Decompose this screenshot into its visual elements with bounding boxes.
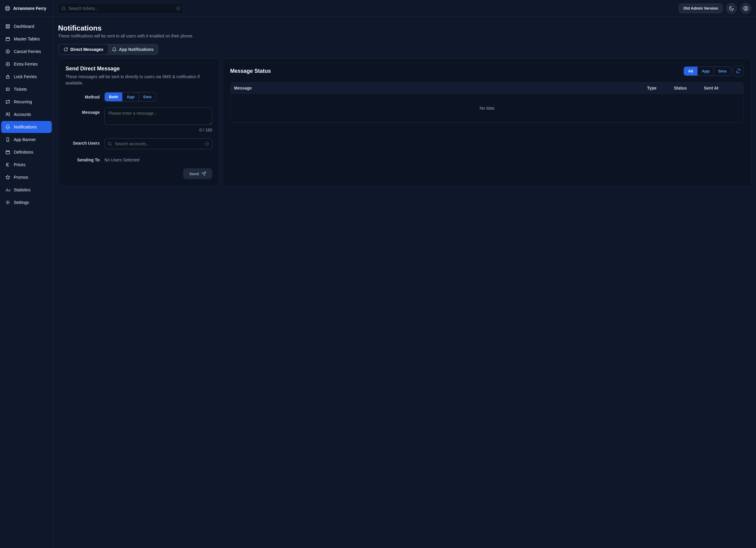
sidebar-item-statistics[interactable]: Statistics <box>1 184 52 196</box>
col-status: Status <box>674 86 704 90</box>
sidebar-item-label: Definitions <box>14 150 33 154</box>
sidebar-item-tickets[interactable]: Tickets <box>1 83 52 95</box>
table-empty: No data <box>230 94 743 122</box>
search-icon <box>107 141 112 146</box>
refresh-button[interactable] <box>733 66 744 76</box>
plus-circle-icon <box>5 62 10 66</box>
sidebar-item-label: Tickets <box>14 87 27 92</box>
filter-sms[interactable]: Sms <box>714 67 731 75</box>
theme-toggle[interactable] <box>726 3 737 14</box>
refresh-icon <box>736 69 741 73</box>
sidebar-item-label: Extra Ferries <box>14 62 38 66</box>
repeat-icon <box>5 99 10 104</box>
search-users-input[interactable] <box>104 138 212 149</box>
clear-search-icon[interactable] <box>176 6 181 11</box>
compose-subtitle: These messages will be sent to directly … <box>66 74 212 86</box>
sidebar-item-lock-ferries[interactable]: Lock Ferries <box>1 71 52 83</box>
sidebar-item-label: Statistics <box>14 187 31 192</box>
bell-icon <box>5 124 10 129</box>
tab-app-label: App Notifications <box>119 47 154 52</box>
lock-icon <box>5 74 10 79</box>
grid-icon <box>5 24 10 29</box>
sidebar-item-label: Lock Ferries <box>14 74 37 79</box>
filter-all[interactable]: All <box>684 67 697 75</box>
x-circle-icon <box>5 49 10 54</box>
sidebar-item-label: Recurring <box>14 99 32 104</box>
bar-icon <box>5 187 10 192</box>
tab-direct-messages[interactable]: Direct Messages <box>59 45 108 54</box>
sidebar-item-accounts[interactable]: Accounts <box>1 108 52 120</box>
moon-icon <box>729 6 734 11</box>
page-title: Notifications <box>58 24 751 32</box>
status-filter-segmented: All App Sms <box>684 66 731 76</box>
bell-icon <box>112 47 117 52</box>
calendar-icon <box>5 37 10 41</box>
sidebar-item-label: Promos <box>14 175 28 180</box>
col-type: Type <box>647 86 674 90</box>
brand[interactable]: Arranmore Ferry <box>0 0 53 17</box>
search-icon <box>61 6 66 11</box>
calendar-icon <box>5 150 10 154</box>
status-card: Message Status All App Sms <box>223 58 751 186</box>
send-label: Send <box>189 171 199 176</box>
status-title: Message Status <box>230 68 271 74</box>
compose-title: Send Direct Message <box>66 66 212 72</box>
gear-icon <box>5 200 10 205</box>
sending-to-value: No Users Selected <box>104 155 212 162</box>
sidebar-item-prices[interactable]: Prices <box>1 159 52 171</box>
sidebar-item-label: Master Tables <box>14 37 40 41</box>
sidebar-item-recurring[interactable]: Recurring <box>1 96 52 108</box>
ticket-icon <box>5 87 10 92</box>
col-sent-at: Sent At <box>704 86 740 90</box>
sidebar-item-cancel-ferries[interactable]: Cancel Ferries <box>1 45 52 57</box>
tab-app-notifications[interactable]: App Notifications <box>108 45 158 54</box>
page-subtitle: These notifications will be sent to all … <box>58 34 751 38</box>
sidebar-item-master-tables[interactable]: Master Tables <box>1 33 52 45</box>
col-message: Message <box>234 86 647 90</box>
compose-card: Send Direct Message These messages will … <box>58 58 220 186</box>
message-textarea[interactable] <box>104 107 212 125</box>
message-label: Message <box>66 107 100 132</box>
message-counter: 0 / 160 <box>104 127 212 132</box>
euro-icon <box>5 162 10 167</box>
method-segmented: Both App Sms <box>104 92 156 101</box>
lifebuoy-icon <box>5 6 10 11</box>
global-search <box>58 3 184 14</box>
send-icon <box>201 171 206 176</box>
account-menu[interactable] <box>740 3 751 14</box>
method-app[interactable]: App <box>122 92 139 101</box>
notification-tabs: Direct Messages App Notifications <box>58 44 159 55</box>
users-icon <box>5 112 10 117</box>
sidebar-item-label: Notifications <box>14 124 37 129</box>
sidebar-item-label: Cancel Ferries <box>14 49 41 54</box>
search-input[interactable] <box>58 3 184 14</box>
search-users-label: Search Users <box>66 138 100 149</box>
method-both[interactable]: Both <box>105 92 122 101</box>
sidebar-item-settings[interactable]: Settings <box>1 196 52 208</box>
sidebar-item-app-banner[interactable]: App Banner <box>1 133 52 145</box>
old-admin-button[interactable]: Old Admin Version <box>679 4 722 13</box>
sidebar-item-extra-ferries[interactable]: Extra Ferries <box>1 58 52 70</box>
sidebar-item-definitions[interactable]: Definitions <box>1 146 52 158</box>
sending-to-label: Sending To <box>66 155 100 162</box>
search-users-wrap <box>104 138 212 149</box>
chat-icon <box>63 47 68 52</box>
star-icon <box>5 175 10 180</box>
user-circle-icon <box>743 6 749 11</box>
method-label: Method <box>66 92 100 101</box>
sidebar-item-notifications[interactable]: Notifications <box>1 121 52 133</box>
sidebar-item-label: Accounts <box>14 112 31 117</box>
sidebar-item-label: Dashboard <box>14 24 34 29</box>
sidebar-item-promos[interactable]: Promos <box>1 171 52 183</box>
sidebar-item-label: Settings <box>14 200 29 205</box>
filter-app[interactable]: App <box>697 67 714 75</box>
status-table: Message Type Status Sent At No data <box>230 82 744 123</box>
method-sms[interactable]: Sms <box>139 92 156 101</box>
phone-icon <box>5 137 10 142</box>
sidebar-item-label: Prices <box>14 162 25 167</box>
clear-users-icon[interactable] <box>204 141 209 146</box>
send-button[interactable]: Send <box>183 168 212 179</box>
tab-direct-label: Direct Messages <box>70 47 104 52</box>
sidebar-item-label: App Banner <box>14 137 36 142</box>
sidebar-item-dashboard[interactable]: Dashboard <box>1 20 52 32</box>
